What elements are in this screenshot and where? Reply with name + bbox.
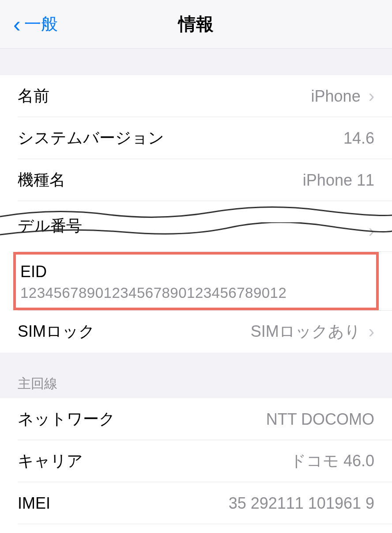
row-label: 機種名 [18, 169, 65, 191]
row-label: 名前 [18, 85, 49, 107]
row-carrier: キャリア ドコモ 46.0 [0, 440, 392, 482]
nav-header: ‹ 一般 情報 [0, 0, 392, 49]
row-value: iPhone › [311, 86, 374, 106]
row-value: NTT DOCOMO [266, 410, 374, 429]
row-value: 14.6 [343, 129, 374, 148]
row-value: 35 292111 101961 9 [229, 494, 374, 513]
row-imei: IMEI 35 292111 101961 9 [0, 482, 392, 524]
back-label: 一般 [24, 13, 58, 35]
eid-value: 12345678901234567890123456789012 [20, 285, 372, 301]
row-label: システムバージョン [18, 127, 164, 149]
row-iccid: ICCID 8981101025418556153 [0, 524, 392, 533]
section-sim: SIMロック SIMロックあり › [0, 311, 392, 353]
row-value: SIMロックあり › [251, 321, 374, 343]
row-label: IMEI [18, 494, 50, 513]
row-value: iPhone 11 [303, 171, 374, 190]
row-label: SIMロック [18, 321, 95, 343]
section-device-info: 名前 iPhone › システムバージョン 14.6 機種名 iPhone 11… [0, 75, 392, 252]
row-network: ネットワーク NTT DOCOMO [0, 398, 392, 440]
row-label: ネットワーク [18, 408, 115, 430]
chevron-right-icon: › [369, 86, 374, 106]
chevron-left-icon: ‹ [13, 13, 21, 35]
eid-container: EID 12345678901234567890123456789012 [0, 252, 392, 311]
row-name[interactable]: 名前 iPhone › [0, 75, 392, 117]
row-eid-highlighted: EID 12345678901234567890123456789012 [13, 252, 379, 310]
back-button[interactable]: ‹ 一般 [0, 13, 58, 35]
spacer [0, 49, 392, 75]
row-system-version: システムバージョン 14.6 [0, 117, 392, 159]
row-value: ドコモ 46.0 [290, 450, 374, 472]
row-model-name: 機種名 iPhone 11 [0, 159, 392, 201]
row-label: キャリア [18, 450, 83, 472]
page-title: 情報 [178, 12, 214, 36]
wavy-omission-cut: デル番号 › [0, 201, 392, 252]
eid-label: EID [20, 263, 372, 281]
chevron-right-icon: › [369, 322, 374, 342]
section-primary-line: ネットワーク NTT DOCOMO キャリア ドコモ 46.0 IMEI 35 … [0, 398, 392, 533]
section-header-primary-line: 主回線 [0, 353, 392, 398]
row-sim-lock[interactable]: SIMロック SIMロックあり › [0, 311, 392, 353]
